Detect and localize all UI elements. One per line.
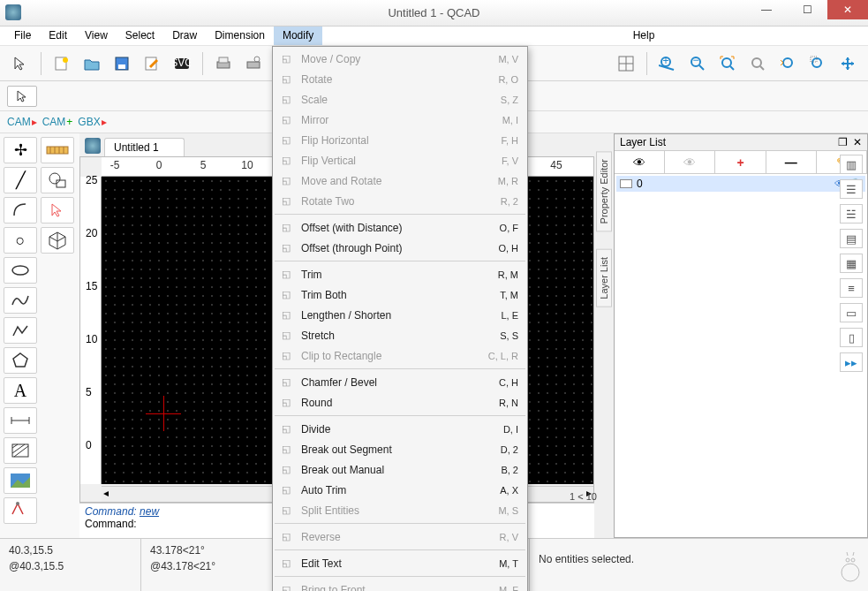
grid-button[interactable] bbox=[613, 50, 639, 77]
menu-item-edit-text[interactable]: ◱Edit TextM, T bbox=[273, 553, 527, 573]
layer-list-tab[interactable]: Layer List bbox=[596, 249, 612, 307]
menu-item-auto-trim[interactable]: ◱Auto TrimA, X bbox=[273, 480, 527, 500]
spline-tool[interactable] bbox=[4, 287, 37, 314]
minimize-button[interactable]: — bbox=[746, 0, 787, 19]
ellipse-tool[interactable] bbox=[4, 257, 37, 284]
undock-icon[interactable]: ❐ bbox=[838, 136, 848, 148]
cam-button-2[interactable]: CAM+ bbox=[42, 116, 73, 128]
svg-point-46 bbox=[842, 564, 859, 581]
menu-item-break-out-manual[interactable]: ◱Break out ManualB, 2 bbox=[273, 459, 527, 480]
hatch-tool[interactable] bbox=[4, 437, 37, 464]
panel-icon-1[interactable]: ▥ bbox=[840, 155, 863, 174]
menu-view[interactable]: View bbox=[76, 27, 117, 45]
property-editor-tab[interactable]: Property Editor bbox=[596, 151, 612, 231]
dimension-tool[interactable] bbox=[4, 407, 37, 434]
zoom-window-button[interactable] bbox=[804, 50, 831, 77]
svg-line-23 bbox=[760, 66, 764, 70]
menu-file[interactable]: File bbox=[5, 27, 40, 45]
menu-item-offset-with-distance-[interactable]: ◱Offset (with Distance)O, F bbox=[273, 217, 527, 238]
menu-item-stretch[interactable]: ◱StretchS, S bbox=[273, 325, 527, 345]
point-tool[interactable]: ✢ bbox=[4, 137, 37, 163]
menu-item-trim-both[interactable]: ◱Trim BothT, M bbox=[273, 284, 527, 305]
close-button[interactable]: ✕ bbox=[827, 0, 868, 19]
close-panel-icon[interactable]: ✕ bbox=[853, 136, 862, 148]
panel-icon-7[interactable]: ▭ bbox=[840, 303, 863, 322]
document-tab[interactable]: Untitled 1 bbox=[104, 138, 185, 156]
polygon-tool[interactable] bbox=[4, 347, 37, 374]
layer-visible-toggle[interactable]: 👁 bbox=[615, 151, 665, 173]
svg-point-47 bbox=[846, 558, 849, 562]
svg-line-50 bbox=[853, 552, 854, 556]
menu-draw[interactable]: Draw bbox=[163, 27, 206, 45]
zoom-selection-button[interactable] bbox=[744, 50, 771, 77]
svg-button[interactable]: SVG bbox=[169, 50, 195, 77]
menu-item-break-out-segment[interactable]: ◱Break out SegmentD, 2 bbox=[273, 439, 527, 459]
svg-marker-28 bbox=[13, 353, 27, 367]
svg-text:−: − bbox=[692, 55, 698, 66]
layer-name: 0 bbox=[637, 178, 643, 190]
menu-item-reverse: ◱ReverseR, V bbox=[273, 527, 527, 547]
maximize-button[interactable]: ☐ bbox=[787, 0, 827, 19]
menu-modify[interactable]: Modify bbox=[274, 27, 322, 45]
edit-button[interactable] bbox=[139, 50, 165, 77]
panel-icon-5[interactable]: ▦ bbox=[840, 254, 863, 273]
zoom-previous-button[interactable] bbox=[774, 50, 801, 77]
svg-rect-45 bbox=[57, 180, 65, 187]
zoom-extents-button[interactable] bbox=[714, 50, 741, 77]
menu-item-flip-vertical: ◱Flip VerticalF, V bbox=[273, 150, 527, 170]
line-tool[interactable]: ╱ bbox=[4, 167, 37, 193]
print-button[interactable] bbox=[210, 50, 237, 77]
select-tool[interactable] bbox=[41, 197, 74, 224]
menu-item-trim[interactable]: ◱TrimR, M bbox=[273, 264, 527, 284]
svg-line-49 bbox=[847, 552, 848, 556]
save-button[interactable] bbox=[109, 50, 135, 77]
menu-item-split-entities: ◱Split EntitiesM, S bbox=[273, 500, 527, 520]
polyline-tool[interactable] bbox=[4, 317, 37, 344]
pan-button[interactable] bbox=[834, 50, 861, 77]
open-file-button[interactable] bbox=[79, 50, 105, 77]
menu-item-offset-through-point-[interactable]: ◱Offset (through Point)O, H bbox=[273, 238, 527, 258]
status-coords: 40.3,15.5 @40.3,15.5 bbox=[0, 539, 141, 591]
cam-button-1[interactable]: CAM▸ bbox=[7, 116, 37, 128]
menu-edit[interactable]: Edit bbox=[40, 27, 76, 45]
print-preview-button[interactable] bbox=[240, 50, 267, 77]
isometric-tool[interactable] bbox=[41, 227, 74, 254]
layer-row[interactable]: 0 👁🔒 bbox=[616, 176, 865, 192]
image-tool[interactable] bbox=[4, 467, 37, 494]
measure-tool[interactable] bbox=[4, 497, 37, 524]
menu-item-chamfer-bevel[interactable]: ◱Chamfer / BevelC, H bbox=[273, 372, 527, 392]
panel-icon-4[interactable]: ▤ bbox=[840, 229, 863, 248]
svg-point-24 bbox=[783, 58, 792, 67]
panel-icon-3[interactable]: ☱ bbox=[840, 204, 863, 224]
shape-tool[interactable] bbox=[41, 167, 74, 193]
circle-tool[interactable]: ○ bbox=[4, 227, 37, 254]
layer-add-button[interactable]: + bbox=[715, 151, 766, 173]
gbx-button[interactable]: GBX▸ bbox=[78, 116, 106, 128]
construction-tool[interactable] bbox=[41, 137, 74, 163]
text-tool[interactable]: A bbox=[4, 377, 37, 404]
new-file-button[interactable] bbox=[49, 50, 75, 77]
doc-icon bbox=[85, 138, 101, 154]
layer-color-swatch bbox=[620, 179, 632, 188]
window-title: Untitled 1 - QCAD bbox=[388, 6, 479, 19]
menu-select[interactable]: Select bbox=[117, 27, 163, 45]
selection-mode-button[interactable] bbox=[7, 86, 37, 107]
svg-line-18 bbox=[699, 65, 704, 70]
menu-help[interactable]: Help bbox=[624, 27, 664, 45]
panel-icon-8[interactable]: ▯ bbox=[840, 328, 863, 347]
menu-item-round[interactable]: ◱RoundR, N bbox=[273, 392, 527, 413]
panel-icon-2[interactable]: ☰ bbox=[840, 179, 863, 199]
svg-line-21 bbox=[730, 66, 734, 70]
status-selection: No entities selected. bbox=[530, 539, 833, 591]
arc-tool[interactable] bbox=[4, 197, 37, 224]
panel-icon-6[interactable]: ≡ bbox=[840, 278, 863, 298]
layer-remove-button[interactable]: — bbox=[766, 151, 817, 173]
panel-icon-9[interactable]: ▸▸ bbox=[840, 352, 863, 372]
layer-hide-button[interactable]: 👁 bbox=[665, 151, 715, 173]
menu-dimension[interactable]: Dimension bbox=[206, 27, 274, 45]
zoom-in-button[interactable]: + bbox=[654, 50, 681, 77]
zoom-out-button[interactable]: − bbox=[684, 50, 711, 77]
menu-item-lengthen-shorten[interactable]: ◱Lengthen / ShortenL, E bbox=[273, 305, 527, 325]
menu-item-divide[interactable]: ◱DivideD, I bbox=[273, 419, 527, 439]
selection-tool-button[interactable] bbox=[7, 50, 34, 77]
